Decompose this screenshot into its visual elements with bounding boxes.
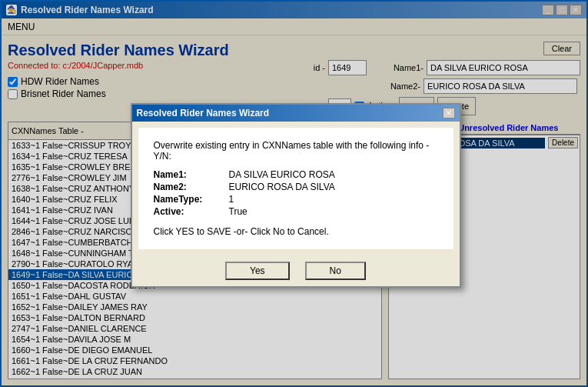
modal-name1-value: DA SILVA EURICO ROSA [229, 169, 335, 180]
modal-name2-row: Name2: EURICO ROSA DA SILVA [154, 182, 438, 192]
modal-nametype-label: NameType: [154, 194, 223, 205]
modal-active-row: Active: True [154, 206, 438, 217]
modal-close-button[interactable]: ✕ [443, 108, 455, 118]
modal-active-label: Active: [154, 206, 223, 217]
modal-overlay: Resolved Rider Names Wizard ✕ Overwrite … [2, 2, 588, 387]
modal-nametype-value: 1 [229, 194, 234, 205]
modal-name1-row: Name1: DA SILVA EURICO ROSA [154, 169, 438, 180]
modal-active-value: True [229, 206, 247, 217]
modal-footer: Yes No [132, 255, 460, 286]
no-button[interactable]: No [305, 262, 366, 280]
modal-instruction: Click YES to SAVE -or- Click No to Cance… [154, 226, 438, 237]
yes-button[interactable]: Yes [225, 262, 290, 280]
modal-name2-value: EURICO ROSA DA SILVA [229, 182, 335, 192]
main-window: 🧙 Resolved Rider Names Wizard _ □ ✕ MENU… [0, 0, 588, 387]
modal-nametype-row: NameType: 1 [154, 194, 438, 205]
modal-name1-label: Name1: [154, 169, 223, 180]
modal-body: Overwrite existing entry in CXNNames tab… [138, 128, 453, 249]
modal-question: Overwrite existing entry in CXNNames tab… [154, 140, 438, 162]
modal-title-bar: Resolved Rider Names Wizard ✕ [132, 105, 460, 122]
modal-window: Resolved Rider Names Wizard ✕ Overwrite … [131, 103, 461, 288]
modal-name2-label: Name2: [154, 182, 223, 192]
modal-title: Resolved Rider Names Wizard [137, 108, 270, 118]
